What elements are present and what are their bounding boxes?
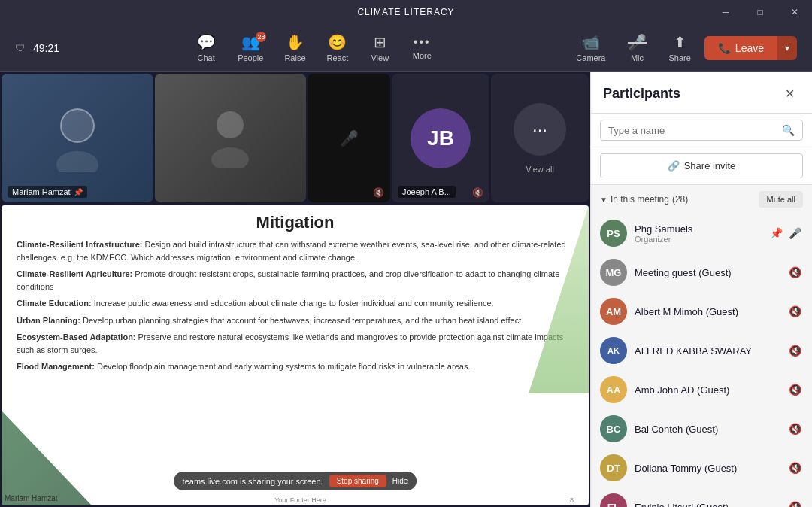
svg-point-3 [211, 147, 249, 168]
participant-name: Phg Samuels [635, 223, 761, 235]
participant-info: Amb John AD (Guest) [635, 384, 780, 396]
mic-off-icon-jb: 🔇 [472, 187, 483, 198]
stop-sharing-button[interactable]: Stop sharing [329, 475, 386, 487]
share-invite-wrap: 🔗 Share invite [591, 147, 812, 185]
chevron-down-icon: ▼ [600, 196, 607, 204]
section-2: Climate-Resilient Agriculture: Promote d… [17, 268, 574, 293]
leave-label: Leave [735, 42, 764, 54]
section-1-heading: Climate-Resilient Infrastructure: [17, 240, 142, 249]
camera-button[interactable]: 📹 Camera [568, 29, 613, 67]
view-button[interactable]: ⊞ View [360, 29, 399, 67]
view-label: View [371, 53, 389, 62]
participants-panel: Participants ✕ 🔍 🔗 Share invite [590, 72, 812, 507]
participant-name: Bai Conteh (Guest) [635, 424, 780, 435]
more-button[interactable]: ••• More [402, 31, 441, 65]
raise-button[interactable]: ✋ Raise [275, 29, 314, 67]
list-item[interactable]: AK ALFRED KABBA SWARAY 🔇 [591, 331, 812, 370]
avatar: BC [600, 415, 627, 442]
svg-point-0 [61, 109, 94, 142]
list-item[interactable]: MG Meeting guest (Guest) 🔇 [591, 253, 812, 292]
people-button[interactable]: 👥 28 People [229, 29, 272, 67]
raise-icon: ✋ [286, 33, 304, 51]
video-tile-jb[interactable]: JB Joeeph A B... 🔇 [392, 74, 489, 202]
share-invite-label: Share invite [684, 160, 736, 172]
participant-name: Albert M Mimoh (Guest) [635, 306, 780, 317]
participant-role: Organizer [635, 235, 761, 244]
shield-icon: 🛡 [15, 42, 26, 54]
pin-icon: 📌 [74, 188, 83, 196]
in-meeting-header: ▼ In this meeting (28) Mute all [591, 185, 812, 214]
mic-off-icon-black: 🔇 [373, 187, 384, 198]
jb-name-label: Joeeph A B... [398, 186, 456, 198]
video-tile-black[interactable]: 🎤 🔇 [308, 74, 390, 202]
minimize-button[interactable]: ─ [708, 0, 743, 24]
mic-icon: 🎤 [628, 33, 647, 51]
hide-button[interactable]: Hide [392, 477, 408, 485]
mute-all-button[interactable]: Mute all [759, 191, 803, 208]
mariam-name-label: Mariam Hamzat 📌 [8, 186, 87, 198]
avatar: AA [600, 376, 627, 403]
mic-muted-icon[interactable]: 🔇 [787, 265, 803, 280]
call-timer: 49:21 [33, 42, 59, 54]
video-tile-mariam[interactable]: Mariam Hamzat 📌 [2, 74, 153, 202]
toolbar-right: 📹 Camera 🎤 Mic ⬆ Share 📞 Leave ▾ [568, 29, 797, 67]
list-item[interactable]: DT Doliana Tommy (Guest) 🔇 [591, 448, 812, 487]
avatar: AK [600, 337, 627, 364]
mic-muted-icon[interactable]: 🔇 [787, 499, 803, 507]
more-label: More [413, 51, 432, 60]
list-item[interactable]: AM Albert M Mimoh (Guest) 🔇 [591, 292, 812, 331]
participant-name: Amb John AD (Guest) [635, 384, 780, 396]
react-icon: 😊 [328, 33, 347, 51]
mic-button[interactable]: 🎤 Mic [619, 29, 655, 67]
slide-body: Climate-Resilient Infrastructure: Design… [17, 238, 574, 378]
search-input-wrap: 🔍 [600, 120, 803, 141]
section-5-heading: Ecosystem-Based Adaptation: [17, 332, 136, 342]
share-button[interactable]: ⬆ Share [661, 29, 698, 67]
section-4: Urban Planning: Develop urban planning s… [17, 314, 574, 327]
section-3: Climate Education: Increase public aware… [17, 297, 574, 310]
meeting-count: (28) [672, 194, 688, 205]
participant-info: Meeting guest (Guest) [635, 267, 780, 278]
list-item[interactable]: PS Phg Samuels Organizer 📌 🎤 [591, 214, 812, 253]
svg-point-2 [217, 111, 244, 138]
participant-info: ALFRED KABBA SWARAY [635, 345, 780, 357]
section-6-text: Develop floodplain management and early … [97, 362, 470, 371]
mic-muted-icon[interactable]: 🔇 [787, 304, 803, 319]
panel-close-button[interactable]: ✕ [779, 83, 800, 104]
search-input[interactable] [608, 125, 776, 136]
main-container: 🛡 49:21 💬 Participants Chat 👥 28 People … [0, 24, 812, 507]
mic-action-icon[interactable]: 🎤 [787, 226, 803, 241]
section-6: Flood Management: Develop floodplain man… [17, 360, 574, 373]
pin-action-icon[interactable]: 📌 [768, 226, 784, 241]
list-item[interactable]: AA Amb John AD (Guest) 🔇 [591, 370, 812, 409]
section-4-heading: Urban Planning: [17, 316, 80, 325]
leave-button[interactable]: 📞 Leave [704, 36, 777, 60]
share-icon: ⬆ [674, 33, 686, 51]
mic-muted-icon[interactable]: 🔇 [787, 343, 803, 358]
participant-actions: 🔇 [787, 343, 803, 358]
share-invite-button[interactable]: 🔗 Share invite [600, 153, 803, 178]
mic-muted-icon[interactable]: 🔇 [787, 421, 803, 436]
app-title: CLIMATE LITERACY [357, 7, 454, 17]
video-tile-viewall[interactable]: ··· View all [491, 74, 589, 202]
title-bar: CLIMATE LITERACY ─ □ ✕ [0, 0, 812, 24]
sharing-bar: teams.live.com is sharing your screen. S… [174, 472, 417, 490]
mic-muted-icon[interactable]: 🔇 [787, 382, 803, 397]
chat-button[interactable]: 💬 Participants Chat [186, 29, 226, 67]
in-meeting-label: ▼ In this meeting (28) [600, 194, 688, 205]
page-number: 8 [570, 496, 574, 504]
maximize-button[interactable]: □ [743, 0, 777, 24]
video-area: Mariam Hamzat 📌 🎤 [0, 72, 590, 507]
video-tile-person2[interactable] [155, 74, 307, 202]
list-item[interactable]: EL Ervinio Litsuri (Guest) 🔇 [591, 487, 812, 507]
share-label: Share [668, 53, 690, 62]
close-button[interactable]: ✕ [777, 0, 812, 24]
search-icon: 🔍 [782, 124, 795, 136]
avatar: DT [600, 454, 627, 481]
react-button[interactable]: 😊 React [318, 29, 358, 67]
camera-label: Camera [576, 53, 605, 62]
mic-muted-icon[interactable]: 🔇 [787, 460, 803, 475]
list-item[interactable]: BC Bai Conteh (Guest) 🔇 [591, 409, 812, 448]
toolbar-left: 🛡 49:21 [15, 42, 59, 54]
leave-dropdown-button[interactable]: ▾ [777, 36, 797, 60]
